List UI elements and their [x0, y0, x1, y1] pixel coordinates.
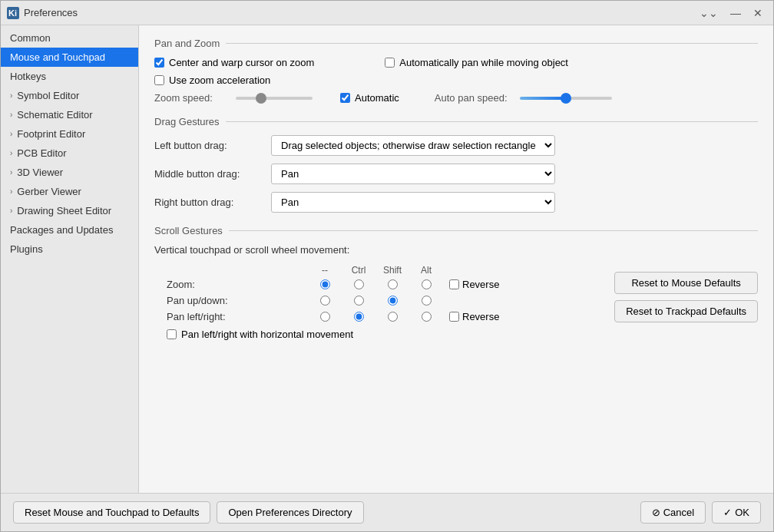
pan-horizontal-row: Pan left/right with horizontal movement: [154, 329, 599, 340]
panud-shift-radio[interactable]: [388, 296, 398, 306]
footer-right: ⊘ Cancel ✓ OK: [640, 501, 761, 524]
sidebar-item-plugins[interactable]: Plugins: [1, 240, 138, 259]
automatic-checkbox-label[interactable]: Automatic: [340, 92, 399, 104]
preferences-window: Ki Preferences ⌄⌄ — ✕ CommonMouse and To…: [0, 0, 774, 532]
sidebar-item-hotkeys[interactable]: Hotkeys: [1, 67, 138, 86]
sidebar-item-footprint-editor[interactable]: ›Footprint Editor: [1, 124, 138, 144]
sidebar-item-3d-viewer[interactable]: ›3D Viewer: [1, 163, 138, 182]
center-warp-checkbox-label[interactable]: Center and warp cursor on zoom: [154, 57, 314, 68]
panlr-default-radio[interactable]: [320, 312, 330, 322]
scroll-gestures-section: Scroll Gestures Vertical touchpad or scr…: [154, 225, 758, 345]
sidebar-item-common[interactable]: Common: [1, 28, 138, 48]
zoom-reverse-text: Reverse: [462, 279, 499, 290]
zoom-speed-label: Zoom speed:: [154, 92, 223, 104]
zoom-default-cell: [308, 279, 342, 289]
col-shift: Shift: [375, 265, 409, 276]
panlr-alt-cell: [409, 312, 443, 322]
middle-button-drag-select[interactable]: Pan Zoom None: [271, 164, 555, 184]
sidebar-item-schematic-editor[interactable]: ›Schematic Editor: [1, 105, 138, 124]
sidebar-item-label: Drawing Sheet Editor: [17, 205, 111, 216]
zoom-scroll-label: Zoom:: [154, 279, 308, 290]
zoom-default-radio[interactable]: [320, 279, 330, 289]
ok-button[interactable]: ✓ OK: [712, 501, 761, 524]
sidebar-item-drawing-sheet-editor[interactable]: ›Drawing Sheet Editor: [1, 201, 138, 220]
sidebar-item-label: 3D Viewer: [17, 167, 63, 178]
zoom-ctrl-cell: [342, 279, 375, 289]
titlebar: Ki Preferences ⌄⌄ — ✕: [1, 1, 773, 25]
reset-trackpad-defaults-button[interactable]: Reset to Trackpad Defaults: [614, 300, 758, 322]
cancel-button[interactable]: ⊘ Cancel: [640, 501, 706, 524]
zoom-alt-cell: [409, 279, 443, 289]
sidebar-item-symbol-editor[interactable]: ›Symbol Editor: [1, 86, 138, 105]
zoom-accel-checkbox[interactable]: [154, 75, 164, 85]
panud-ctrl-radio[interactable]: [354, 296, 364, 306]
zoom-reverse-checkbox[interactable]: [449, 279, 459, 289]
pan-leftright-label: Pan left/right:: [154, 311, 308, 322]
sidebar-item-label: Plugins: [10, 243, 43, 255]
panlr-ctrl-radio[interactable]: [354, 312, 364, 322]
pan-horizontal-checkbox[interactable]: [167, 329, 177, 339]
zoom-reverse-label[interactable]: Reverse: [449, 279, 499, 290]
left-button-drag-select[interactable]: Drag selected objects; otherwise draw se…: [271, 135, 555, 156]
left-button-drag-row: Left button drag: Drag selected objects;…: [154, 135, 758, 156]
cancel-label: Cancel: [663, 507, 694, 518]
pan-leftright-scroll-row: Pan left/right:: [154, 311, 599, 322]
sidebar-item-label: Symbol Editor: [17, 90, 79, 101]
chevron-icon: ›: [10, 187, 12, 196]
window-title: Preferences: [24, 7, 78, 18]
zoom-shift-radio[interactable]: [388, 279, 398, 289]
panlr-shift-cell: [375, 312, 409, 322]
titlebar-controls: ⌄⌄ — ✕: [695, 5, 767, 21]
auto-pan-speed-slider[interactable]: [520, 97, 612, 100]
zoom-accel-row: Use zoom acceleration: [154, 74, 758, 86]
panlr-reverse-label[interactable]: Reverse: [449, 311, 499, 322]
panlr-shift-radio[interactable]: [388, 312, 398, 322]
scroll-left: Vertical touchpad or scroll wheel moveme…: [154, 244, 599, 345]
auto-pan-checkbox-label[interactable]: Automatically pan while moving object: [385, 57, 568, 68]
chevron-icon: ›: [10, 168, 12, 177]
panlr-reverse-checkbox[interactable]: [449, 312, 459, 322]
auto-pan-checkbox[interactable]: [385, 58, 395, 68]
footer-left: Reset Mouse and Touchpad to Defaults Ope…: [13, 501, 364, 524]
zoom-accel-label: Use zoom acceleration: [169, 74, 270, 86]
middle-button-drag-label: Middle button drag:: [154, 168, 262, 180]
reset-mouse-defaults-button[interactable]: Reset to Mouse Defaults: [614, 272, 758, 294]
pan-horizontal-checkbox-label[interactable]: Pan left/right with horizontal movement: [154, 329, 353, 340]
center-warp-checkbox[interactable]: [154, 58, 164, 68]
zoom-alt-radio[interactable]: [422, 279, 432, 289]
sidebar-item-label: Schematic Editor: [17, 109, 92, 121]
minimize-button[interactable]: —: [726, 5, 746, 21]
open-preferences-button[interactable]: Open Preferences Directory: [217, 501, 363, 524]
sidebar-item-mouse-touchpad[interactable]: Mouse and Touchpad: [1, 48, 138, 67]
chevron-icon: ›: [10, 149, 12, 157]
zoom-accel-checkbox-label[interactable]: Use zoom acceleration: [154, 74, 270, 86]
pan-zoom-section: Pan and Zoom Center and warp cursor on z…: [154, 38, 758, 104]
zoom-shift-cell: [375, 279, 409, 289]
sidebar-item-pcb-editor[interactable]: ›PCB Editor: [1, 144, 138, 163]
panlr-ctrl-cell: [342, 312, 375, 322]
automatic-checkbox[interactable]: [340, 93, 350, 103]
panud-alt-radio[interactable]: [422, 296, 432, 306]
zoom-speed-slider[interactable]: [236, 97, 313, 100]
cancel-icon: ⊘: [652, 507, 660, 518]
reset-mouse-touchpad-button[interactable]: Reset Mouse and Touchpad to Defaults: [13, 501, 210, 524]
panlr-reverse-text: Reverse: [462, 311, 499, 322]
panud-default-radio[interactable]: [320, 296, 330, 306]
svg-text:Ki: Ki: [8, 8, 17, 18]
ok-label: OK: [735, 507, 749, 518]
sidebar-item-gerber-viewer[interactable]: ›Gerber Viewer: [1, 182, 138, 201]
scroll-gestures-title: Scroll Gestures: [154, 225, 758, 236]
vertical-touchpad-label: Vertical touchpad or scroll wheel moveme…: [154, 244, 599, 256]
panlr-alt-radio[interactable]: [422, 312, 432, 322]
right-button-drag-select[interactable]: Pan Zoom None: [271, 192, 555, 213]
auto-pan-speed-label: Auto pan speed:: [435, 92, 508, 104]
sidebar-item-packages-updates[interactable]: Packages and Updates: [1, 220, 138, 240]
right-button-drag-label: Right button drag:: [154, 197, 262, 208]
scroll-content: Vertical touchpad or scroll wheel moveme…: [154, 244, 758, 345]
panud-alt-cell: [409, 296, 443, 306]
zoom-ctrl-radio[interactable]: [354, 279, 364, 289]
close-button[interactable]: ✕: [749, 5, 767, 21]
auto-pan-label: Automatically pan while moving object: [399, 57, 568, 68]
collapse-button[interactable]: ⌄⌄: [695, 5, 723, 21]
panud-default-cell: [308, 296, 342, 306]
